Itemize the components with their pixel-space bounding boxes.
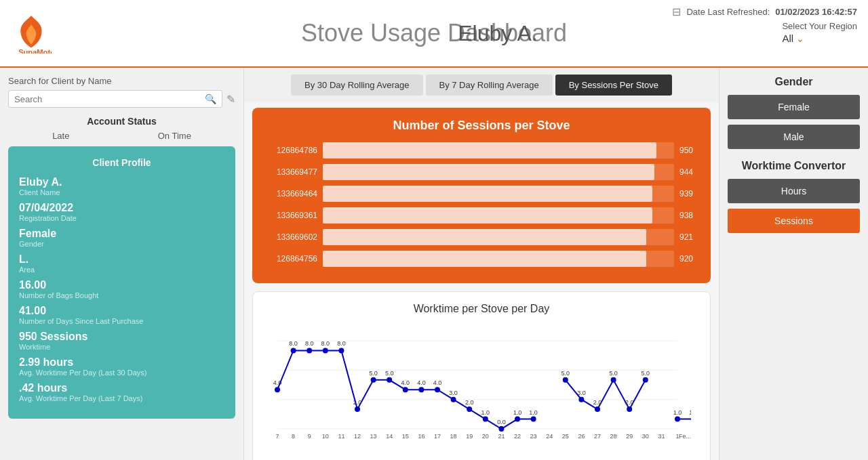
tab-7day[interactable]: By 7 Day Rolling Average (426, 75, 553, 96)
bar-track (323, 186, 674, 202)
bar-row: 126864786 950 (263, 142, 700, 159)
bar-fill (323, 251, 646, 267)
search-input-wrap[interactable]: 🔍 (8, 90, 222, 108)
bar-value: 938 (679, 211, 700, 220)
svg-text:11: 11 (338, 433, 344, 440)
bar-value: 920 (679, 254, 700, 264)
region-select[interactable]: All ⌄ (782, 33, 857, 44)
bar-row: 133669464 939 (263, 186, 700, 202)
svg-point-11 (323, 348, 328, 353)
svg-text:8.0: 8.0 (321, 340, 330, 347)
profile-field-value: .42 hours (19, 382, 224, 394)
sidebar: Search for Client by Name 🔍 ✎ Account St… (0, 68, 244, 460)
profile-field: Eluby A.Client Name (19, 176, 224, 196)
profile-field: 07/04/2022Registration Date (19, 202, 224, 222)
refresh-value: 01/02/2023 16:42:57 (775, 7, 857, 17)
svg-text:27: 27 (594, 433, 601, 440)
svg-text:16: 16 (418, 433, 425, 440)
bar-label: 133669464 (263, 189, 317, 198)
bar-label: 133669602 (263, 232, 317, 242)
svg-text:5.0: 5.0 (369, 370, 378, 377)
bar-track (323, 142, 674, 159)
account-status-row: Late On Time (8, 131, 235, 141)
bar-fill (323, 207, 652, 224)
svg-point-39 (563, 377, 568, 383)
search-button[interactable]: 🔍 (205, 93, 216, 104)
profile-field-key: Avg. Worktime Per Day (Last 7 Days) (19, 394, 224, 402)
filter-icon[interactable]: ⊟ (672, 5, 681, 18)
bar-label: 133669477 (263, 167, 317, 177)
search-input[interactable] (14, 94, 205, 104)
profile-fields: Eluby A.Client Name07/04/2022Registratio… (19, 176, 224, 402)
bar-label: 126864756 (263, 254, 317, 264)
svg-text:5.0: 5.0 (609, 370, 618, 377)
header-right: ⊟ Date Last Refreshed: 01/02/2023 16:42:… (672, 5, 857, 44)
profile-field: 16.00Number of Bags Bought (19, 279, 224, 299)
line-chart-card: Worktime per Stove per Day 4.08.08.08.08… (252, 291, 711, 460)
svg-point-51 (675, 417, 680, 422)
profile-field-key: Client Name (19, 188, 224, 196)
svg-point-33 (498, 426, 504, 432)
search-label: Search for Client by Name (8, 76, 235, 86)
main-layout: Search for Client by Name 🔍 ✎ Account St… (0, 68, 868, 460)
profile-field-value: Female (19, 228, 224, 240)
gender-male-button[interactable]: Male (728, 125, 860, 149)
svg-text:4.0: 4.0 (417, 379, 426, 386)
bar-value: 944 (679, 167, 700, 177)
status-late: Late (52, 131, 69, 141)
svg-point-43 (595, 406, 600, 412)
worktime-sessions-button[interactable]: Sessions (728, 209, 860, 233)
svg-point-25 (435, 387, 440, 392)
line-chart-title: Worktime per Stove per Day (264, 303, 699, 315)
profile-field: 2.99 hoursAvg. Worktime Per Day (Last 30… (19, 356, 224, 377)
svg-text:29: 29 (626, 433, 633, 440)
svg-text:SupaMoto: SupaMoto (18, 48, 52, 54)
status-on-time: On Time (158, 131, 191, 141)
svg-text:5.0: 5.0 (385, 370, 394, 377)
line-chart-svg: 4.08.08.08.08.02.05.05.04.04.04.03.02.01… (264, 320, 691, 456)
svg-text:7: 7 (275, 433, 279, 440)
bars-container: 126864786 950 133669477 944 133669464 93… (263, 142, 700, 267)
svg-text:25: 25 (562, 433, 569, 440)
svg-point-47 (627, 406, 632, 412)
svg-text:4.0: 4.0 (433, 379, 442, 386)
svg-text:31: 31 (658, 433, 665, 440)
svg-point-7 (291, 348, 296, 353)
charts-area: Number of Sessions per Stove 126864786 9… (244, 102, 719, 460)
svg-text:18: 18 (450, 433, 457, 440)
bar-label: 133669361 (263, 211, 317, 220)
svg-point-49 (643, 377, 648, 383)
tab-30day[interactable]: By 30 Day Rolling Average (291, 75, 422, 96)
account-status-title: Account Status (8, 116, 235, 127)
svg-point-45 (611, 377, 616, 383)
bar-row: 133669361 938 (263, 207, 700, 224)
refresh-label: Date Last Refreshed: (686, 7, 770, 17)
svg-point-19 (387, 377, 392, 383)
svg-text:8.0: 8.0 (337, 340, 346, 347)
svg-text:21: 21 (498, 433, 505, 440)
profile-field-value: 2.99 hours (19, 356, 224, 369)
profile-field: FemaleGender (19, 228, 224, 248)
edit-icon[interactable]: ✎ (226, 93, 235, 106)
svg-text:2.0: 2.0 (593, 399, 602, 406)
bar-track (323, 229, 674, 245)
svg-point-41 (578, 397, 584, 402)
svg-point-37 (531, 417, 536, 422)
worktime-hours-button[interactable]: Hours (728, 179, 860, 203)
gender-female-button[interactable]: Female (728, 95, 860, 119)
client-profile-card: Client Profile Eluby A.Client Name07/04/… (8, 146, 235, 419)
right-panel: Gender Female Male Worktime Convertor Ho… (719, 68, 868, 460)
svg-point-15 (355, 406, 360, 412)
bar-fill (323, 229, 646, 245)
tab-sessions[interactable]: By Sessions Per Stove (555, 75, 672, 96)
bar-value: 921 (679, 232, 700, 242)
svg-text:14: 14 (386, 433, 393, 440)
bar-track (323, 164, 674, 180)
svg-text:8.0: 8.0 (305, 340, 314, 347)
bar-row: 133669602 921 (263, 229, 700, 245)
bar-fill (323, 164, 654, 180)
tab-bar: By 30 Day Rolling Average By 7 Day Rolli… (244, 68, 719, 102)
svg-text:23: 23 (530, 433, 537, 440)
svg-text:1.0: 1.0 (673, 409, 682, 416)
profile-field-key: Area (19, 266, 224, 274)
